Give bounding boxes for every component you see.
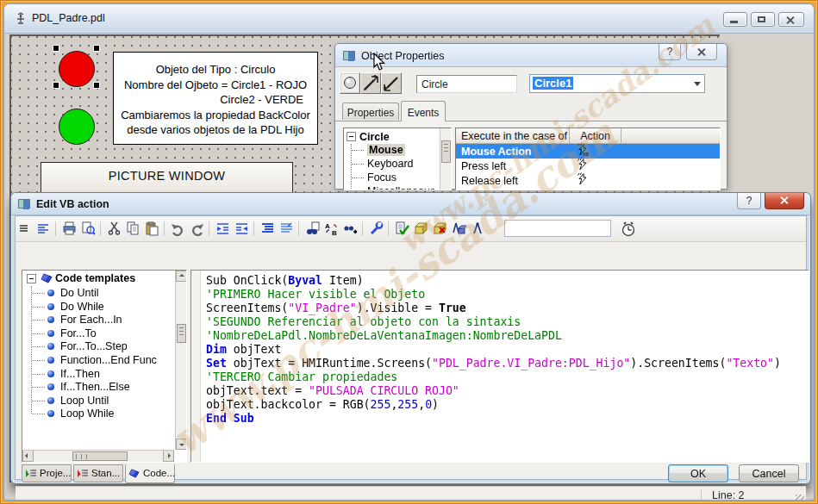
template-item[interactable]: For...To...Step: [22, 339, 174, 353]
scrollbar-thumb[interactable]: [177, 324, 186, 343]
circle2-green[interactable]: [59, 109, 95, 145]
code-templates-icon: [41, 273, 53, 283]
vb-help-button[interactable]: ?: [737, 193, 761, 209]
templates-hscrollbar[interactable]: [22, 450, 174, 462]
resize-grip[interactable]: [796, 495, 804, 501]
scrollbar-thumb[interactable]: [72, 451, 128, 461]
template-item[interactable]: Loop While: [22, 407, 174, 420]
vb-code-editor[interactable]: Sub OnClick(Byval Item)'PRIMERO Hacer vi…: [190, 270, 809, 463]
column-header-action[interactable]: Action: [570, 128, 621, 143]
action-cell[interactable]: [570, 172, 621, 189]
column-header-event[interactable]: Execute in the case of: [456, 128, 570, 143]
minimize-icon: [730, 21, 738, 23]
find-next-icon[interactable]: [341, 220, 359, 238]
info-textbox[interactable]: Objeto del Tipo : Circulo Nombre del Ojb…: [113, 52, 318, 145]
pencil-arrow-out-button[interactable]: [360, 72, 381, 94]
list-icon[interactable]: [34, 220, 53, 238]
template-item[interactable]: If...Then...Else: [22, 380, 174, 394]
references-icon[interactable]: [450, 220, 468, 238]
template-item[interactable]: Loop Until: [22, 394, 174, 408]
event-table-row[interactable]: Press left: [456, 159, 720, 173]
toolbar-text-field[interactable]: [504, 220, 611, 237]
template-item[interactable]: For...To: [22, 327, 174, 340]
indent-icon[interactable]: [214, 220, 232, 238]
bottom-tab-proje[interactable]: Proje...: [22, 464, 72, 482]
replace-icon[interactable]: A B: [322, 220, 340, 238]
close-button[interactable]: [778, 12, 804, 27]
vb-title: Edit VB action: [36, 198, 109, 210]
minimize-button[interactable]: [723, 12, 747, 27]
template-item[interactable]: If...Then: [22, 367, 174, 381]
op-tree-item[interactable]: Focus: [344, 171, 440, 184]
cancel-button[interactable]: Cancel: [739, 464, 799, 482]
pencil-arrow-in-button[interactable]: [381, 72, 402, 94]
bottom-tab-stan[interactable]: Stan...: [73, 464, 123, 482]
op-table-header[interactable]: Execute in the case of Action: [456, 128, 720, 144]
block-indent-icon[interactable]: [259, 220, 277, 238]
selection-handle[interactable]: [53, 46, 59, 51]
template-item[interactable]: Do While: [22, 300, 174, 314]
op-tree-item[interactable]: Keyboard: [344, 157, 440, 171]
op-close-button[interactable]: [686, 44, 717, 60]
outdent-icon[interactable]: [233, 220, 251, 238]
vb-titlebar[interactable]: Edit VB action: [11, 193, 810, 215]
paste-icon[interactable]: [143, 220, 161, 238]
selection-handle[interactable]: [94, 83, 99, 88]
vb-close-button[interactable]: [765, 193, 804, 209]
template-tree-root[interactable]: Code templates: [22, 271, 174, 286]
grip-icon[interactable]: [17, 220, 29, 238]
selection-handle[interactable]: [94, 46, 99, 51]
help-button[interactable]: ?: [659, 44, 681, 60]
validate-icon[interactable]: [393, 220, 411, 238]
code-templates-tree[interactable]: Code templates Do UntilDo WhileFor Each.…: [22, 271, 174, 450]
collapse-icon[interactable]: [27, 274, 36, 283]
main-titlebar[interactable]: PDL_Padre.pdl: [4, 4, 814, 34]
tab-events[interactable]: Events: [401, 101, 446, 121]
chevron-down-icon[interactable]: [694, 82, 701, 86]
events-pane: Circle MouseKeyboardFocusMiscellaneous E…: [335, 121, 727, 189]
tree-connector: [352, 150, 364, 151]
object-box-delete-icon[interactable]: [431, 220, 449, 238]
bullet-sphere-icon: [47, 289, 54, 296]
copy-icon[interactable]: [124, 220, 142, 238]
pin-sphere-button[interactable]: [340, 72, 360, 94]
ok-button[interactable]: OK: [668, 464, 728, 482]
compass-icon[interactable]: [469, 220, 487, 238]
wrench-icon[interactable]: [367, 220, 385, 238]
op-tree-root[interactable]: Circle: [344, 128, 440, 143]
redo-icon[interactable]: [188, 220, 206, 238]
collapse-icon[interactable]: [347, 132, 356, 141]
templates-vscrollbar[interactable]: [175, 271, 186, 450]
scroll-right-button[interactable]: [163, 451, 174, 462]
undo-icon[interactable]: [169, 220, 187, 238]
maximize-button[interactable]: [751, 12, 775, 27]
picture-window[interactable]: PICTURE WINDOW: [41, 162, 293, 196]
op-event-tree[interactable]: Circle MouseKeyboardFocusMiscellaneous: [344, 128, 440, 190]
event-table-row[interactable]: Release left: [456, 173, 720, 188]
find-icon[interactable]: [303, 220, 322, 238]
tab-properties[interactable]: Properties: [342, 103, 399, 120]
template-item[interactable]: Do Until: [22, 286, 174, 300]
cut-icon[interactable]: [105, 220, 123, 238]
scroll-up-button[interactable]: [176, 271, 187, 282]
clock-icon[interactable]: [619, 220, 637, 238]
scroll-down-button[interactable]: [176, 439, 187, 450]
op-tree-scrollbar[interactable]: [440, 128, 451, 190]
print-preview-icon[interactable]: [79, 220, 97, 238]
event-table-row[interactable]: Mouse ActionVB: [456, 144, 720, 159]
object-box-icon[interactable]: [412, 220, 430, 238]
op-tree-item[interactable]: Miscellaneous: [344, 184, 440, 190]
scroll-left-button[interactable]: [22, 451, 34, 462]
scrollbar-thumb[interactable]: [441, 140, 451, 163]
maximize-icon: [758, 16, 765, 22]
circle1-red[interactable]: [59, 51, 95, 87]
print-icon[interactable]: [60, 220, 78, 238]
selection-handle[interactable]: [53, 83, 59, 88]
template-item[interactable]: Function...End Func: [22, 353, 174, 367]
template-item[interactable]: For Each...In: [22, 313, 174, 327]
block-outdent-icon[interactable]: [278, 220, 296, 238]
bottom-tab-code[interactable]: Code...: [125, 464, 175, 483]
op-tree-item[interactable]: Mouse: [344, 143, 440, 157]
main-window: PDL_Padre.pdl Objeto del Tipo : Circulo …: [3, 3, 815, 501]
object-name-combobox[interactable]: Circle1: [529, 74, 705, 93]
